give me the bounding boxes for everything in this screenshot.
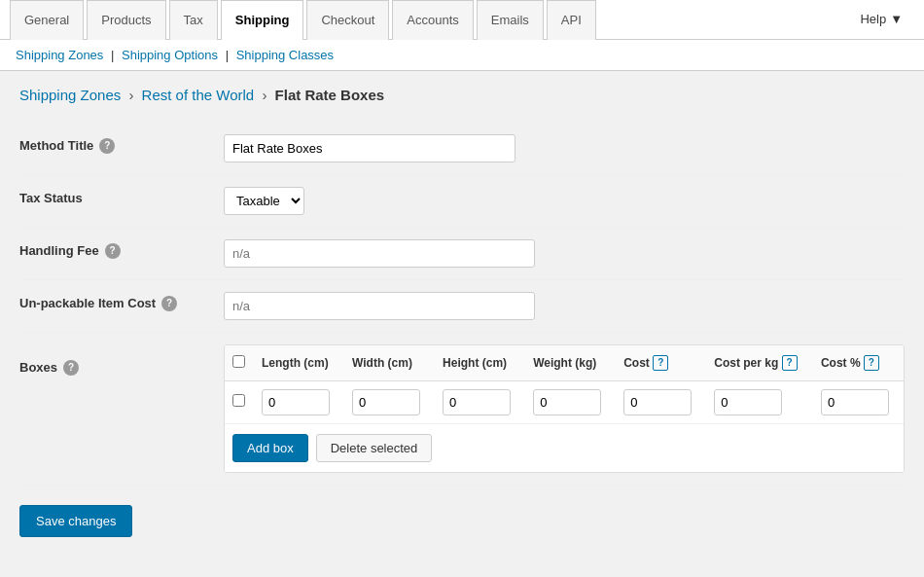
col-cost-header: Cost ? [616, 345, 706, 381]
boxes-row: Boxes ? Length (cm) Width (cm) Height (c… [19, 333, 905, 486]
tab-tax[interactable]: Tax [169, 0, 218, 40]
cost-help-link[interactable]: ? [653, 355, 668, 371]
cost-per-kg-help-link[interactable]: ? [782, 355, 798, 371]
row-height-input[interactable] [443, 389, 511, 415]
row-weight-cell [525, 380, 616, 423]
select-all-checkbox[interactable] [232, 355, 245, 368]
main-content: Shipping Zones › Rest of the World › Fla… [0, 71, 924, 553]
breadcrumb-current: Flat Rate Boxes [275, 87, 385, 103]
row-checkbox-cell [225, 380, 254, 423]
method-title-input[interactable] [224, 134, 515, 162]
col-length-header: Length (cm) [254, 345, 344, 381]
top-bar: General Products Tax Shipping Checkout A… [0, 0, 924, 40]
unpackable-label: Un-packable Item Cost ? [19, 292, 224, 311]
row-cost-per-kg-input[interactable] [714, 389, 782, 415]
breadcrumb-sep-1: › [128, 87, 133, 103]
boxes-table: Length (cm) Width (cm) Height (cm) Weigh… [225, 345, 904, 424]
delete-selected-button[interactable]: Delete selected [316, 434, 433, 462]
col-width-header: Width (cm) [344, 345, 435, 381]
boxes-field: Length (cm) Width (cm) Height (cm) Weigh… [224, 344, 905, 473]
tab-accounts[interactable]: Accounts [392, 0, 473, 40]
cost-pct-help-link[interactable]: ? [864, 355, 879, 371]
row-cost-per-kg-cell [706, 380, 813, 423]
subnav-zones-link[interactable]: Shipping Zones [16, 48, 103, 62]
tax-status-field: Taxable None [224, 187, 905, 215]
row-length-input[interactable] [262, 389, 330, 415]
table-row [225, 380, 904, 423]
tax-status-row: Tax Status Taxable None [19, 175, 905, 228]
col-select-all [225, 345, 254, 381]
help-button[interactable]: Help ▼ [848, 0, 914, 39]
row-cost-pct-cell [813, 380, 904, 423]
tab-emails[interactable]: Emails [477, 0, 544, 40]
boxes-table-container: Length (cm) Width (cm) Height (cm) Weigh… [224, 344, 905, 473]
handling-fee-row: Handling Fee ? [19, 228, 905, 280]
method-title-help-icon[interactable]: ? [99, 138, 115, 154]
row-length-cell [254, 380, 344, 423]
row-width-cell [344, 380, 435, 423]
col-cost-pct-header: Cost % ? [813, 345, 904, 381]
tax-status-select[interactable]: Taxable None [224, 187, 304, 215]
handling-fee-label: Handling Fee ? [19, 239, 224, 259]
col-weight-header: Weight (kg) [525, 345, 616, 381]
subnav-options-link[interactable]: Shipping Options [122, 48, 218, 62]
unpackable-row: Un-packable Item Cost ? [19, 280, 905, 333]
tab-general[interactable]: General [10, 0, 84, 40]
boxes-label: Boxes ? [19, 344, 224, 376]
handling-fee-help-icon[interactable]: ? [105, 243, 121, 259]
tab-shipping[interactable]: Shipping [221, 0, 304, 40]
handling-fee-input[interactable] [224, 239, 535, 268]
add-box-button[interactable]: Add box [232, 434, 308, 462]
row-cost-pct-input[interactable] [821, 389, 889, 415]
method-title-row: Method Title ? [19, 123, 905, 175]
breadcrumb-rest-link[interactable]: Rest of the World [142, 87, 255, 103]
col-cost-per-kg-header: Cost per kg ? [706, 345, 813, 381]
unpackable-help-icon[interactable]: ? [161, 296, 177, 311]
unpackable-input[interactable] [224, 292, 535, 320]
breadcrumb-sep-2: › [262, 87, 267, 103]
row-cost-cell [616, 380, 706, 423]
tab-products[interactable]: Products [87, 0, 165, 40]
row-height-cell [435, 380, 525, 423]
tab-api[interactable]: API [547, 0, 596, 40]
subnav-separator-1: | [111, 48, 114, 62]
breadcrumb-zones-link[interactable]: Shipping Zones [19, 87, 121, 103]
subnav-classes-link[interactable]: Shipping Classes [236, 48, 334, 62]
tax-status-label: Tax Status [19, 187, 224, 205]
col-height-header: Height (cm) [435, 345, 525, 381]
method-title-field [224, 134, 905, 162]
boxes-actions: Add box Delete selected [225, 424, 904, 472]
boxes-help-icon[interactable]: ? [63, 360, 79, 376]
subnav-separator-2: | [226, 48, 229, 62]
save-changes-button[interactable]: Save changes [19, 505, 132, 537]
chevron-down-icon: ▼ [890, 12, 903, 26]
method-title-label: Method Title ? [19, 134, 224, 154]
unpackable-field [224, 292, 905, 320]
row-checkbox[interactable] [232, 394, 245, 407]
tab-checkout[interactable]: Checkout [306, 0, 389, 40]
main-tabs: General Products Tax Shipping Checkout A… [10, 0, 599, 39]
boxes-header-row: Length (cm) Width (cm) Height (cm) Weigh… [225, 345, 904, 381]
row-weight-input[interactable] [533, 389, 601, 415]
help-label: Help [860, 12, 886, 26]
sub-navigation: Shipping Zones | Shipping Options | Ship… [0, 40, 924, 71]
row-cost-input[interactable] [623, 389, 692, 415]
handling-fee-field [224, 239, 905, 268]
breadcrumb: Shipping Zones › Rest of the World › Fla… [19, 87, 905, 103]
row-width-input[interactable] [352, 389, 420, 415]
